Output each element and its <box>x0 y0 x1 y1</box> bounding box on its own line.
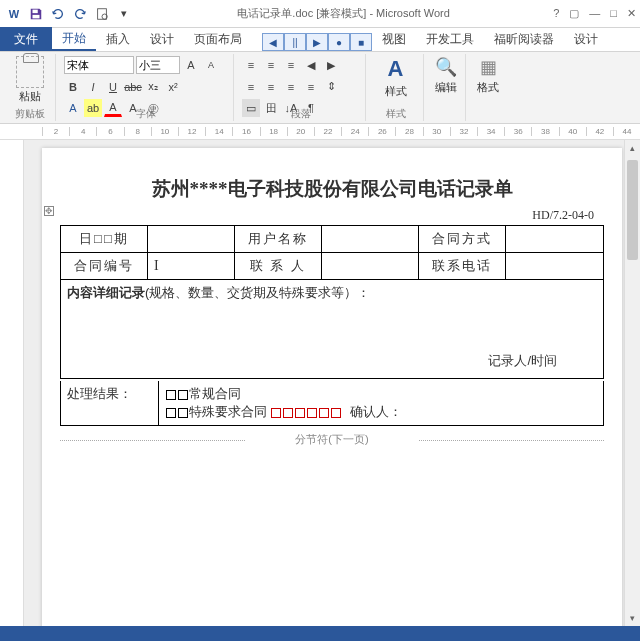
horizontal-ruler[interactable]: 2468101214161820222426283032343638404244 <box>0 124 640 140</box>
checkbox-icon[interactable] <box>178 408 188 418</box>
scroll-down-icon[interactable]: ▾ <box>625 610 640 626</box>
find-icon: 🔍 <box>435 56 457 78</box>
line-spacing-icon[interactable]: ⇕ <box>322 78 340 96</box>
shrink-font-icon[interactable]: A <box>202 56 220 74</box>
font-size-select[interactable] <box>136 56 180 74</box>
tab-insert[interactable]: 插入 <box>96 27 140 51</box>
cell-user-value[interactable] <box>321 226 419 253</box>
strike-button[interactable]: abc <box>124 78 142 96</box>
checkbox-icon[interactable] <box>178 390 188 400</box>
cell-contact-value[interactable] <box>321 253 419 280</box>
result-options[interactable]: 常规合同 特殊要求合同 确认人： <box>158 381 603 426</box>
group-paragraph: ≡ ≡ ≡ ◀ ▶ ≡ ≡ ≡ ≡ ⇕ ▭ 田 ↓A ¶ 段落 <box>236 54 366 121</box>
tab-home[interactable]: 开始 <box>52 27 96 51</box>
cell-contact-label: 联 系 人 <box>234 253 321 280</box>
ruler-mark: 40 <box>559 127 586 136</box>
format-button[interactable]: ▦ 格式 <box>474 56 502 95</box>
word-icon[interactable]: W <box>4 4 24 24</box>
close-button[interactable]: ✕ <box>627 7 636 20</box>
status-bar <box>0 626 640 641</box>
table-move-handle-icon[interactable]: ✥ <box>44 206 54 216</box>
align-right-icon[interactable]: ≡ <box>282 78 300 96</box>
vertical-scrollbar[interactable]: ▴ ▾ <box>624 140 640 626</box>
detail-heading: 内容详细记录 <box>67 285 145 300</box>
italic-button[interactable]: I <box>84 78 102 96</box>
ruler-mark: 14 <box>205 127 232 136</box>
paste-button[interactable]: 粘贴 <box>10 56 49 104</box>
superscript-button[interactable]: x² <box>164 78 182 96</box>
ruler-mark: 2 <box>42 127 69 136</box>
red-checkbox-icon[interactable] <box>295 408 305 418</box>
justify-icon[interactable]: ≡ <box>302 78 320 96</box>
recorder-line: 记录人/时间 <box>67 302 597 374</box>
save-icon[interactable] <box>26 4 46 24</box>
title-bar: W ▾ 电话记录单.doc [兼容模式] - Microsoft Word ? … <box>0 0 640 28</box>
multilevel-icon[interactable]: ≡ <box>282 56 300 74</box>
paste-label: 粘贴 <box>19 89 41 104</box>
qat-more-icon[interactable]: ▾ <box>114 4 134 24</box>
document-page[interactable]: ✥ 苏州****电子科技股份有限公司电话记录单 HD/7.2-04-0 日□□期… <box>42 148 622 626</box>
bold-button[interactable]: B <box>64 78 82 96</box>
clipboard-group-label: 剪贴板 <box>4 107 55 121</box>
subscript-button[interactable]: x₂ <box>144 78 162 96</box>
print-preview-icon[interactable] <box>92 4 112 24</box>
checkbox-icon[interactable] <box>166 390 176 400</box>
red-checkbox-icon[interactable] <box>307 408 317 418</box>
svg-rect-1 <box>33 14 40 18</box>
tab-design[interactable]: 设计 <box>140 27 184 51</box>
cell-phone-value[interactable] <box>506 253 604 280</box>
red-checkbox-icon[interactable] <box>319 408 329 418</box>
underline-button[interactable]: U <box>104 78 122 96</box>
tab-developer[interactable]: 开发工具 <box>416 27 484 51</box>
playback-stop-icon[interactable]: ■ <box>350 33 372 51</box>
cell-contract-type-value[interactable] <box>506 226 604 253</box>
bullets-icon[interactable]: ≡ <box>242 56 260 74</box>
help-button[interactable]: ? <box>553 7 559 20</box>
tab-file[interactable]: 文件 <box>0 27 52 51</box>
font-name-select[interactable] <box>64 56 134 74</box>
editing-button[interactable]: 🔍 编辑 <box>432 56 459 95</box>
cell-contract-type-label: 合同方式 <box>419 226 506 253</box>
editing-label: 编辑 <box>435 80 457 95</box>
redo-icon[interactable] <box>70 4 90 24</box>
scroll-up-icon[interactable]: ▴ <box>625 140 640 156</box>
minimize-button[interactable]: — <box>589 7 600 20</box>
increase-indent-icon[interactable]: ▶ <box>322 56 340 74</box>
red-checkbox-icon[interactable] <box>283 408 293 418</box>
tab-view[interactable]: 视图 <box>372 27 416 51</box>
decrease-indent-icon[interactable]: ◀ <box>302 56 320 74</box>
styles-button[interactable]: A 样式 <box>374 56 417 99</box>
font-group-label: 字体 <box>58 107 233 121</box>
cell-contract-no-value[interactable]: I <box>147 253 234 280</box>
quick-access-toolbar: W ▾ <box>4 4 134 24</box>
align-left-icon[interactable]: ≡ <box>242 78 260 96</box>
ruler-mark: 10 <box>151 127 178 136</box>
scrollbar-thumb[interactable] <box>627 160 638 260</box>
playback-next-icon[interactable]: ▶ <box>306 33 328 51</box>
cell-user-label: 用户名称 <box>234 226 321 253</box>
ribbon-display-button[interactable]: ▢ <box>569 7 579 20</box>
format-label: 格式 <box>477 80 499 95</box>
result-table: 处理结果： 常规合同 特殊要求合同 确认人： <box>60 381 604 426</box>
ruler-mark: 20 <box>287 127 314 136</box>
paragraph-group-label: 段落 <box>236 107 365 121</box>
playback-rec-icon[interactable]: ● <box>328 33 350 51</box>
playback-pause-icon[interactable]: || <box>284 33 306 51</box>
playback-prev-icon[interactable]: ◀ <box>262 33 284 51</box>
grow-font-icon[interactable]: A <box>182 56 200 74</box>
detail-block[interactable]: 内容详细记录(规格、数量、交货期及特殊要求等）： 记录人/时间 <box>60 280 604 379</box>
maximize-button[interactable]: □ <box>610 7 617 20</box>
ruler-mark: 34 <box>477 127 504 136</box>
red-checkbox-icon[interactable] <box>331 408 341 418</box>
tab-foxit[interactable]: 福昕阅读器 <box>484 27 564 51</box>
red-checkbox-icon[interactable] <box>271 408 281 418</box>
checkbox-icon[interactable] <box>166 408 176 418</box>
cell-date-value[interactable] <box>147 226 234 253</box>
tab-design2[interactable]: 设计 <box>564 27 608 51</box>
group-format: ▦ 格式 <box>468 54 508 121</box>
vertical-ruler[interactable] <box>0 140 24 626</box>
tab-layout[interactable]: 页面布局 <box>184 27 252 51</box>
undo-icon[interactable] <box>48 4 68 24</box>
align-center-icon[interactable]: ≡ <box>262 78 280 96</box>
numbering-icon[interactable]: ≡ <box>262 56 280 74</box>
